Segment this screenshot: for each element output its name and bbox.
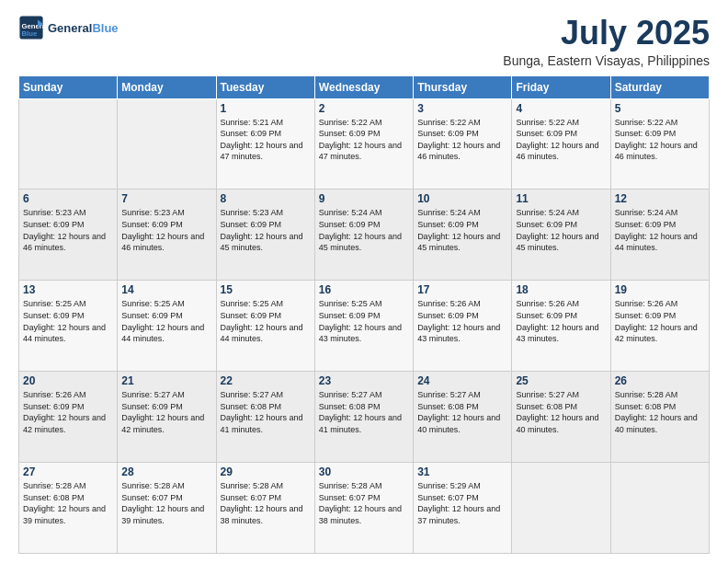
day-number: 13 <box>23 283 113 296</box>
weekday-header: Thursday <box>414 75 512 98</box>
calendar-cell: 30Sunrise: 5:28 AM Sunset: 6:07 PM Dayli… <box>314 463 413 554</box>
day-number: 2 <box>319 102 409 115</box>
calendar-week-row: 1Sunrise: 5:21 AM Sunset: 6:09 PM Daylig… <box>19 98 710 190</box>
day-info: Sunrise: 5:26 AM Sunset: 6:09 PM Dayligh… <box>516 298 606 344</box>
calendar-cell: 7Sunrise: 5:23 AM Sunset: 6:09 PM Daylig… <box>118 190 216 281</box>
calendar-cell: 5Sunrise: 5:22 AM Sunset: 6:09 PM Daylig… <box>610 98 709 190</box>
calendar-cell: 26Sunrise: 5:28 AM Sunset: 6:08 PM Dayli… <box>610 372 709 463</box>
day-info: Sunrise: 5:22 AM Sunset: 6:09 PM Dayligh… <box>516 117 606 163</box>
calendar-cell: 8Sunrise: 5:23 AM Sunset: 6:09 PM Daylig… <box>216 190 314 281</box>
weekday-header: Saturday <box>610 75 709 98</box>
day-number: 11 <box>516 192 606 205</box>
calendar-cell <box>118 98 216 190</box>
weekday-header: Monday <box>118 75 216 98</box>
day-info: Sunrise: 5:21 AM Sunset: 6:09 PM Dayligh… <box>221 117 311 163</box>
calendar-cell: 25Sunrise: 5:27 AM Sunset: 6:08 PM Dayli… <box>512 372 610 463</box>
calendar-cell <box>512 463 610 554</box>
calendar-cell: 24Sunrise: 5:27 AM Sunset: 6:08 PM Dayli… <box>414 372 512 463</box>
calendar-cell: 9Sunrise: 5:24 AM Sunset: 6:09 PM Daylig… <box>314 190 413 281</box>
day-number: 20 <box>23 374 113 387</box>
calendar-cell: 21Sunrise: 5:27 AM Sunset: 6:09 PM Dayli… <box>118 372 216 463</box>
weekday-header: Tuesday <box>216 75 314 98</box>
day-info: Sunrise: 5:27 AM Sunset: 6:08 PM Dayligh… <box>516 389 606 435</box>
calendar-cell: 28Sunrise: 5:28 AM Sunset: 6:07 PM Dayli… <box>118 463 216 554</box>
day-number: 5 <box>615 102 705 115</box>
day-info: Sunrise: 5:23 AM Sunset: 6:09 PM Dayligh… <box>121 207 211 253</box>
calendar-cell: 10Sunrise: 5:24 AM Sunset: 6:09 PM Dayli… <box>414 190 512 281</box>
calendar-cell: 23Sunrise: 5:27 AM Sunset: 6:08 PM Dayli… <box>314 372 413 463</box>
day-info: Sunrise: 5:24 AM Sunset: 6:09 PM Dayligh… <box>615 207 705 253</box>
calendar-cell: 13Sunrise: 5:25 AM Sunset: 6:09 PM Dayli… <box>19 281 118 372</box>
day-number: 27 <box>23 465 113 478</box>
day-number: 7 <box>121 192 211 205</box>
day-number: 1 <box>221 102 311 115</box>
calendar-week-row: 13Sunrise: 5:25 AM Sunset: 6:09 PM Dayli… <box>19 281 710 372</box>
day-number: 29 <box>221 465 311 478</box>
day-info: Sunrise: 5:22 AM Sunset: 6:09 PM Dayligh… <box>417 117 507 163</box>
day-info: Sunrise: 5:27 AM Sunset: 6:08 PM Dayligh… <box>319 389 409 435</box>
calendar-cell: 4Sunrise: 5:22 AM Sunset: 6:09 PM Daylig… <box>512 98 610 190</box>
day-info: Sunrise: 5:29 AM Sunset: 6:07 PM Dayligh… <box>417 480 507 526</box>
subtitle: Bunga, Eastern Visayas, Philippines <box>503 53 710 68</box>
day-info: Sunrise: 5:22 AM Sunset: 6:09 PM Dayligh… <box>615 117 705 163</box>
day-info: Sunrise: 5:28 AM Sunset: 6:07 PM Dayligh… <box>121 480 211 526</box>
day-info: Sunrise: 5:23 AM Sunset: 6:09 PM Dayligh… <box>221 207 311 253</box>
day-info: Sunrise: 5:27 AM Sunset: 6:08 PM Dayligh… <box>221 389 311 435</box>
day-info: Sunrise: 5:25 AM Sunset: 6:09 PM Dayligh… <box>23 298 113 344</box>
day-number: 16 <box>319 283 409 296</box>
day-number: 6 <box>23 192 113 205</box>
day-number: 15 <box>221 283 311 296</box>
day-number: 17 <box>417 283 507 296</box>
calendar-cell: 1Sunrise: 5:21 AM Sunset: 6:09 PM Daylig… <box>216 98 314 190</box>
day-info: Sunrise: 5:28 AM Sunset: 6:07 PM Dayligh… <box>319 480 409 526</box>
day-number: 28 <box>121 465 211 478</box>
calendar-cell: 14Sunrise: 5:25 AM Sunset: 6:09 PM Dayli… <box>118 281 216 372</box>
calendar-week-row: 6Sunrise: 5:23 AM Sunset: 6:09 PM Daylig… <box>19 190 710 281</box>
day-info: Sunrise: 5:27 AM Sunset: 6:08 PM Dayligh… <box>417 389 507 435</box>
calendar-cell: 2Sunrise: 5:22 AM Sunset: 6:09 PM Daylig… <box>314 98 413 190</box>
day-info: Sunrise: 5:25 AM Sunset: 6:09 PM Dayligh… <box>319 298 409 344</box>
day-info: Sunrise: 5:25 AM Sunset: 6:09 PM Dayligh… <box>121 298 211 344</box>
day-number: 21 <box>121 374 211 387</box>
calendar-cell: 19Sunrise: 5:26 AM Sunset: 6:09 PM Dayli… <box>610 281 709 372</box>
day-number: 12 <box>615 192 705 205</box>
day-number: 9 <box>319 192 409 205</box>
day-number: 18 <box>516 283 606 296</box>
day-info: Sunrise: 5:28 AM Sunset: 6:08 PM Dayligh… <box>23 480 113 526</box>
calendar-cell: 6Sunrise: 5:23 AM Sunset: 6:09 PM Daylig… <box>19 190 118 281</box>
day-info: Sunrise: 5:23 AM Sunset: 6:09 PM Dayligh… <box>23 207 113 253</box>
calendar-table: SundayMondayTuesdayWednesdayThursdayFrid… <box>18 75 710 554</box>
day-info: Sunrise: 5:25 AM Sunset: 6:09 PM Dayligh… <box>221 298 311 344</box>
day-info: Sunrise: 5:26 AM Sunset: 6:09 PM Dayligh… <box>417 298 507 344</box>
svg-text:Blue: Blue <box>22 29 38 38</box>
weekday-header: Friday <box>512 75 610 98</box>
calendar-cell: 27Sunrise: 5:28 AM Sunset: 6:08 PM Dayli… <box>19 463 118 554</box>
calendar-header-row: SundayMondayTuesdayWednesdayThursdayFrid… <box>19 75 710 98</box>
day-info: Sunrise: 5:24 AM Sunset: 6:09 PM Dayligh… <box>417 207 507 253</box>
day-number: 23 <box>319 374 409 387</box>
day-info: Sunrise: 5:24 AM Sunset: 6:09 PM Dayligh… <box>516 207 606 253</box>
day-number: 4 <box>516 102 606 115</box>
main-title: July 2025 <box>503 15 710 52</box>
calendar-week-row: 20Sunrise: 5:26 AM Sunset: 6:09 PM Dayli… <box>19 372 710 463</box>
day-number: 10 <box>417 192 507 205</box>
calendar-cell: 16Sunrise: 5:25 AM Sunset: 6:09 PM Dayli… <box>314 281 413 372</box>
day-number: 14 <box>121 283 211 296</box>
day-number: 25 <box>516 374 606 387</box>
day-info: Sunrise: 5:27 AM Sunset: 6:09 PM Dayligh… <box>121 389 211 435</box>
day-number: 31 <box>417 465 507 478</box>
day-number: 26 <box>615 374 705 387</box>
calendar-cell: 22Sunrise: 5:27 AM Sunset: 6:08 PM Dayli… <box>216 372 314 463</box>
day-number: 3 <box>417 102 507 115</box>
weekday-header: Sunday <box>19 75 118 98</box>
calendar-cell: 18Sunrise: 5:26 AM Sunset: 6:09 PM Dayli… <box>512 281 610 372</box>
calendar-cell: 17Sunrise: 5:26 AM Sunset: 6:09 PM Dayli… <box>414 281 512 372</box>
title-block: July 2025 Bunga, Eastern Visayas, Philip… <box>503 15 710 68</box>
logo-icon: General Blue <box>18 15 44 40</box>
day-number: 22 <box>221 374 311 387</box>
day-info: Sunrise: 5:28 AM Sunset: 6:08 PM Dayligh… <box>615 389 705 435</box>
day-info: Sunrise: 5:26 AM Sunset: 6:09 PM Dayligh… <box>615 298 705 344</box>
logo-text: GeneralBlue <box>48 21 119 35</box>
weekday-header: Wednesday <box>314 75 413 98</box>
calendar-cell: 12Sunrise: 5:24 AM Sunset: 6:09 PM Dayli… <box>610 190 709 281</box>
